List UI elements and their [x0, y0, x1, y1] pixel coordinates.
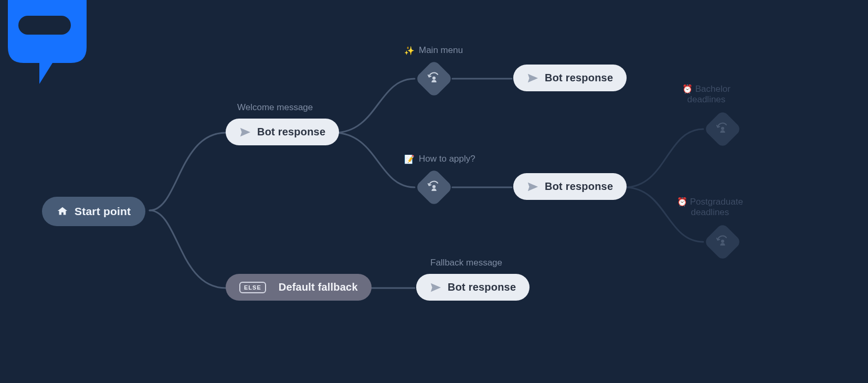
home-icon: [57, 206, 68, 217]
send-icon: [430, 282, 441, 293]
user-reply-icon: [427, 71, 441, 86]
sparkles-icon: ✨: [404, 46, 415, 56]
fallback-bot-response-label: Bot response: [448, 281, 516, 293]
bachelor-caption: ⏰ Bachelor deadlines: [682, 84, 731, 105]
else-badge: ELSE: [239, 282, 266, 293]
how-to-apply-condition-node[interactable]: [415, 168, 453, 207]
how-to-apply-bot-response-label: Bot response: [545, 180, 613, 193]
alarm-clock-icon: ⏰: [677, 197, 687, 206]
svg-point-6: [721, 127, 724, 130]
start-point-label: Start point: [75, 205, 131, 218]
alarm-clock-icon: ⏰: [682, 84, 693, 93]
memo-icon: 📝: [404, 154, 415, 164]
fallback-caption: Fallback message: [430, 258, 502, 268]
main-menu-condition-node[interactable]: [415, 59, 453, 98]
user-reply-icon: [715, 122, 730, 136]
how-to-apply-caption: 📝 How to apply?: [404, 154, 475, 164]
default-fallback-label: Default fallback: [279, 281, 358, 293]
user-reply-icon: [715, 235, 730, 249]
send-icon: [527, 72, 538, 84]
svg-point-5: [432, 185, 436, 188]
svg-point-7: [721, 240, 724, 243]
svg-rect-0: [18, 16, 71, 35]
main-menu-bot-response-label: Bot response: [545, 72, 613, 84]
svg-point-4: [432, 77, 436, 80]
fallback-bot-response-node[interactable]: Bot response: [416, 274, 530, 301]
welcome-bot-response-node[interactable]: Bot response: [226, 119, 339, 145]
welcome-caption: Welcome message: [237, 102, 313, 113]
main-menu-bot-response-node[interactable]: Bot response: [513, 65, 627, 91]
main-menu-caption: ✨ Main menu: [404, 45, 463, 56]
brand-logo: [0, 0, 94, 89]
user-reply-icon: [427, 180, 441, 195]
bachelor-condition-node[interactable]: [703, 110, 742, 148]
send-icon: [527, 181, 538, 193]
postgraduate-caption: ⏰ Postgraduate deadlines: [677, 197, 743, 218]
welcome-bot-response-label: Bot response: [257, 126, 325, 138]
send-icon: [239, 126, 251, 138]
postgraduate-condition-node[interactable]: [703, 222, 742, 261]
start-point-node[interactable]: Start point: [42, 197, 145, 226]
default-fallback-node[interactable]: ELSE Default fallback: [226, 274, 372, 301]
how-to-apply-bot-response-node[interactable]: Bot response: [513, 173, 627, 200]
